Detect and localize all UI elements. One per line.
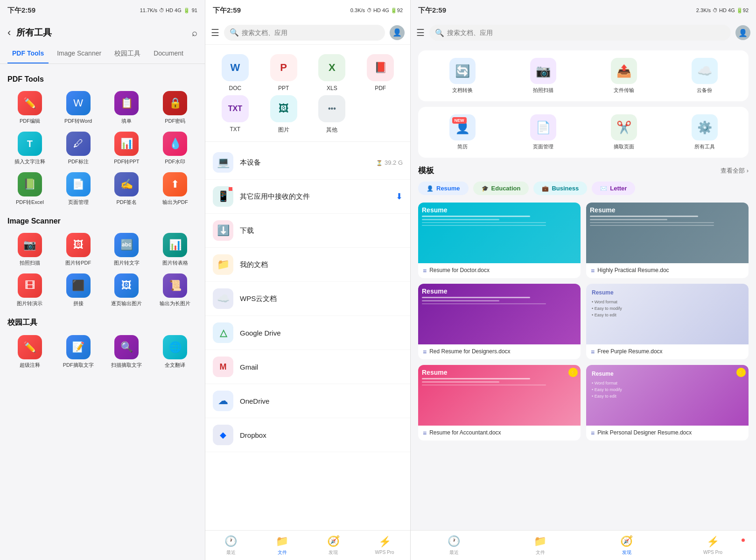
qi-resume[interactable]: 👤 NEW 简历	[426, 114, 499, 150]
tool-label-fill: 填单	[121, 118, 132, 124]
discover-icon-3: 🧭	[620, 535, 633, 547]
search-button-1[interactable]: ⌕	[192, 28, 197, 38]
tab-resume[interactable]: 👤 Resume	[418, 182, 469, 195]
qi-file-transfer[interactable]: 📤 文件传输	[587, 58, 660, 94]
storage-gmail[interactable]: M Gmail	[205, 350, 410, 384]
search-input-wrap-3[interactable]: 🔍	[429, 25, 731, 41]
qi-photo-scan[interactable]: 📷 拍照扫描	[506, 58, 580, 94]
tab-business[interactable]: 💼 Business	[533, 182, 587, 195]
nav-recent-2[interactable]: 🕐 最近	[205, 535, 257, 556]
tool-pdf-sign[interactable]: ✍️ PDF签名	[105, 172, 149, 205]
tool-pdf-password[interactable]: 🔒 PDF密码	[153, 91, 197, 124]
nav-files-2[interactable]: 📁 文件	[257, 535, 308, 556]
tool-pdf-edit[interactable]: ✏️ PDF编辑	[7, 91, 52, 124]
storage-mydocs[interactable]: 📁 我的文档	[205, 248, 410, 282]
qi-page-manage[interactable]: 📄 页面管理	[506, 114, 580, 150]
avatar-2[interactable]: 👤	[390, 25, 405, 40]
section-title-image: Image Scanner	[7, 217, 197, 225]
tool-scan[interactable]: 📷 拍照扫描	[7, 233, 52, 266]
template-card-2[interactable]: Resume ≡ Highly Practical Resume.doc	[586, 203, 749, 278]
tab-image-scanner[interactable]: Image Scanner	[52, 45, 106, 63]
avatar-3[interactable]: 👤	[735, 25, 750, 40]
tool-pdf-word[interactable]: W PDF转Word	[56, 91, 101, 124]
tab-pdf-tools[interactable]: PDF Tools	[7, 45, 49, 63]
recent-label-2: 最近	[226, 549, 236, 556]
template-name-3: Red Resume for Designers.docx	[429, 348, 510, 356]
template-card-3[interactable]: Resume ≡ Red Resume for Designers.docx	[418, 284, 581, 359]
doc-type-doc[interactable]: W DOC	[213, 54, 258, 91]
qi-label-file-transfer: 文件传输	[614, 87, 634, 94]
storage-gdrive[interactable]: △ Google Drive	[205, 316, 410, 350]
tool-img-present[interactable]: 🎞 图片转演示	[7, 273, 52, 307]
template-card-4[interactable]: Resume • Word format • Easy to modify • …	[586, 284, 749, 359]
template-card-6[interactable]: Resume • Word format • Easy to modify • …	[586, 365, 749, 441]
tab-education[interactable]: 🎓 Education	[473, 182, 529, 195]
tool-icon-page-manage: 📄	[66, 172, 91, 196]
doc-label-img: 图片	[278, 126, 289, 134]
see-all-button[interactable]: 查看全部 ›	[721, 167, 749, 175]
nav-recent-3[interactable]: 🕐 最近	[411, 535, 497, 556]
tool-page-manage[interactable]: 📄 页面管理	[56, 172, 101, 205]
doc-type-xls[interactable]: X XLS	[310, 54, 355, 91]
tool-page-img[interactable]: 🖼 逐页输出图片	[105, 273, 149, 307]
tool-merge[interactable]: ⬛ 拼接	[56, 273, 101, 307]
tool-pdf-ppt[interactable]: 📊 PDF转PPT	[105, 132, 149, 165]
menu-button-3[interactable]: ☰	[416, 27, 425, 38]
menu-button[interactable]: ☰	[211, 27, 219, 38]
wps-pro-label-2: WPS Pro	[375, 550, 394, 555]
tool-translate[interactable]: 🌐 全文翻译	[153, 335, 197, 368]
tool-long-img[interactable]: 📜 输出为长图片	[153, 273, 197, 307]
storage-device[interactable]: 💻 本设备 ⏳ 39.2 G	[205, 146, 410, 180]
nav-files-3[interactable]: 📁 文件	[497, 535, 583, 556]
nav-wps-pro-3[interactable]: ⚡ WPS Pro	[670, 536, 756, 555]
tool-icon-translate: 🌐	[163, 335, 187, 359]
doc-type-ppt[interactable]: P PPT	[261, 54, 306, 91]
qi-all-tools[interactable]: ⚙️ 所有工具	[668, 114, 741, 150]
tool-img-pdf[interactable]: 🖼 图片转PDF	[56, 233, 101, 266]
nav-discover-3[interactable]: 🧭 发现	[583, 535, 670, 556]
template-card-5[interactable]: Resume ⚡ ≡ Resume for Accountant.docx	[418, 365, 581, 441]
qi-extract-page[interactable]: ✂️ 摘取页面	[587, 114, 660, 150]
tool-extract-text[interactable]: 📝 PDF摘取文字	[56, 335, 101, 368]
tool-text-annotation[interactable]: T 插入文字注释	[7, 132, 52, 165]
doc-type-img[interactable]: 🖼 图片	[261, 95, 306, 134]
tab-campus[interactable]: 校园工具	[110, 45, 145, 63]
storage-onedrive[interactable]: ☁ OneDrive	[205, 384, 410, 418]
tool-img-table[interactable]: 📊 图片转表格	[153, 233, 197, 266]
tool-super-annotate[interactable]: ✏️ 超级注释	[7, 335, 52, 368]
nav-discover-2[interactable]: 🧭 发现	[308, 535, 359, 556]
qi-cloud-backup[interactable]: ☁️ 云备份	[668, 58, 741, 94]
qi-doc-convert[interactable]: 🔄 文档转换	[426, 58, 499, 94]
tool-pdf-excel[interactable]: 📗 PDF转Excel	[7, 172, 52, 205]
tool-pdf-annotate[interactable]: 🖊 PDF标注	[56, 132, 101, 165]
tool-fill[interactable]: 📋 填单	[105, 91, 149, 124]
tab-letter[interactable]: ✉️ Letter	[592, 182, 635, 195]
files-icon-3: 📁	[534, 535, 546, 547]
template-name-6: Pink Personal Designer Resume.docx	[597, 429, 692, 437]
wps-pro-icon-3: ⚡	[707, 536, 719, 548]
storage-received[interactable]: 📱 其它应用中接收的文件 ⬇	[205, 180, 410, 214]
tool-icon-super-annotate: ✏️	[18, 335, 42, 359]
search-input-3[interactable]	[447, 29, 725, 36]
tool-img-text[interactable]: 🔤 图片转文字	[105, 233, 149, 266]
storage-wps-cloud[interactable]: ☁️ WPS云文档	[205, 282, 410, 316]
search-input-2[interactable]	[242, 29, 379, 36]
doc-type-txt[interactable]: TXT TXT	[213, 95, 258, 134]
mydocs-icon: 📁	[213, 254, 233, 275]
tab-document[interactable]: Document	[149, 45, 188, 63]
tool-scan-text[interactable]: 🔍 扫描摘取文字	[105, 335, 149, 368]
back-button[interactable]: ‹	[7, 27, 11, 39]
search-input-wrap[interactable]: 🔍	[224, 25, 385, 41]
tool-icon-pdf-ppt: 📊	[114, 132, 139, 156]
status-bar-2: 下午2:59 0.3K/s ⏱ HD 4G 🔋92	[205, 0, 410, 21]
doc-type-pdf[interactable]: 📕 PDF	[358, 54, 403, 91]
template-card-1[interactable]: Resume ≡ Resume for Doctor.docx	[418, 203, 581, 278]
status-icons-3: 2.3K/s ⏱ HD 4G 🔋92	[696, 7, 749, 14]
doc-type-other[interactable]: ••• 其他	[310, 95, 355, 134]
tool-label-long-img: 输出为长图片	[160, 301, 190, 307]
nav-wps-pro-2[interactable]: ⚡ WPS Pro	[359, 536, 410, 555]
tool-export-pdf[interactable]: ⬆ 输出为PDF	[153, 172, 197, 205]
storage-dropbox[interactable]: ◆ Dropbox	[205, 418, 410, 452]
storage-download[interactable]: ⬇️ 下载	[205, 214, 410, 248]
tool-pdf-watermark[interactable]: 💧 PDF水印	[153, 132, 197, 165]
